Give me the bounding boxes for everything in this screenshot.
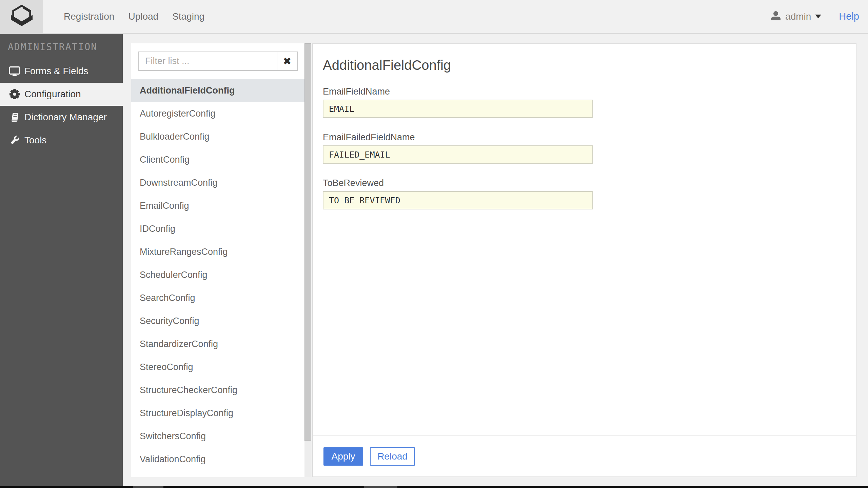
config-list-item[interactable]: BulkloaderConfig xyxy=(131,125,304,148)
scrollbar-thumb[interactable] xyxy=(304,43,311,441)
config-list-item[interactable]: SearchConfig xyxy=(131,286,304,309)
wrench-icon xyxy=(9,135,20,146)
sidebar-item-label: Configuration xyxy=(24,89,81,100)
bottom-edge-bar xyxy=(0,486,868,488)
clear-filter-button[interactable]: ✖ xyxy=(277,52,297,70)
config-list-item[interactable]: StructureDisplayConfig xyxy=(131,402,304,425)
config-detail-panel: AdditionalFieldConfig EmailFieldName Ema… xyxy=(312,43,856,477)
config-list-item[interactable]: AutoregisterConfig xyxy=(131,102,304,125)
help-link[interactable]: Help xyxy=(839,11,859,22)
sidebar-item-label: Dictionary Manager xyxy=(24,112,107,123)
config-list-item[interactable]: SchedulerConfig xyxy=(131,263,304,286)
user-menu[interactable]: admin xyxy=(770,10,821,23)
field-to-be-reviewed: ToBeReviewed xyxy=(323,178,856,209)
sidebar-section-title: ADMINISTRATION xyxy=(0,34,123,60)
config-list-item[interactable]: StandardizerConfig xyxy=(131,332,304,355)
apply-button[interactable]: Apply xyxy=(323,447,363,466)
config-list-item[interactable]: StereoConfig xyxy=(131,355,304,379)
app-logo[interactable] xyxy=(0,0,43,33)
sidebar-item-label: Forms & Fields xyxy=(24,66,88,77)
to-be-reviewed-input[interactable] xyxy=(323,191,593,209)
chevron-down-icon xyxy=(815,14,821,20)
book-icon xyxy=(9,111,20,123)
config-list-item[interactable]: EmailConfig xyxy=(131,194,304,217)
gear-icon xyxy=(9,88,20,100)
config-list-panel: ✖ AdditionalFieldConfigAutoregisterConfi… xyxy=(131,43,311,477)
config-list-item[interactable]: DownstreamConfig xyxy=(131,171,304,194)
filter-group: ✖ xyxy=(138,52,298,71)
config-list-item[interactable]: ClientConfig xyxy=(131,148,304,171)
sidebar-item-label: Tools xyxy=(24,135,46,146)
sidebar-item-tools[interactable]: Tools xyxy=(0,129,123,152)
page-title: AdditionalFieldConfig xyxy=(323,58,856,73)
monitor-icon xyxy=(9,65,20,77)
nav-item[interactable]: Staging xyxy=(172,11,204,22)
hexagon-logo-icon xyxy=(9,4,34,29)
admin-sidebar: ADMINISTRATION Forms & Fields Con xyxy=(0,34,123,486)
field-email-field-name: EmailFieldName xyxy=(323,86,856,118)
bottom-edge-segment xyxy=(364,486,397,488)
config-form: AdditionalFieldConfig EmailFieldName Ema… xyxy=(313,44,856,435)
filter-input[interactable] xyxy=(139,52,277,70)
sidebar-item-configuration[interactable]: Configuration xyxy=(0,83,123,106)
sidebar-item-forms-and-fields[interactable]: Forms & Fields xyxy=(0,60,123,83)
form-footer: Apply Reload xyxy=(313,435,856,476)
field-label: EmailFailedFieldName xyxy=(323,132,856,143)
config-list-item[interactable]: StructureCheckerConfig xyxy=(131,379,304,402)
list-scrollbar xyxy=(304,43,311,477)
close-icon: ✖ xyxy=(283,56,291,66)
config-list-item[interactable]: SwitchersConfig xyxy=(131,425,304,448)
nav-item[interactable]: Registration xyxy=(64,11,114,22)
config-list-item[interactable]: IDConfig xyxy=(131,217,304,240)
field-label: ToBeReviewed xyxy=(323,178,856,188)
nav-item[interactable]: Upload xyxy=(128,11,158,22)
field-label: EmailFieldName xyxy=(323,86,856,97)
config-list-item[interactable]: ValidationConfig xyxy=(131,448,304,471)
reload-button[interactable]: Reload xyxy=(370,447,415,466)
sidebar-item-dictionary-manager[interactable]: Dictionary Manager xyxy=(0,106,123,129)
email-field-name-input[interactable] xyxy=(323,100,593,118)
field-email-failed-field-name: EmailFailedFieldName xyxy=(323,132,856,164)
config-list-item[interactable]: SecurityConfig xyxy=(131,309,304,332)
config-list: AdditionalFieldConfigAutoregisterConfigB… xyxy=(131,79,304,471)
topbar: RegistrationUploadStaging admin Help xyxy=(0,0,868,34)
main-nav: RegistrationUploadStaging xyxy=(64,11,204,22)
config-list-item[interactable]: AdditionalFieldConfig xyxy=(131,79,304,102)
user-name: admin xyxy=(785,11,811,22)
user-icon xyxy=(770,10,782,23)
bottom-edge-segment xyxy=(133,486,163,488)
config-list-item[interactable]: MixtureRangesConfig xyxy=(131,240,304,263)
email-failed-field-name-input[interactable] xyxy=(323,145,593,164)
